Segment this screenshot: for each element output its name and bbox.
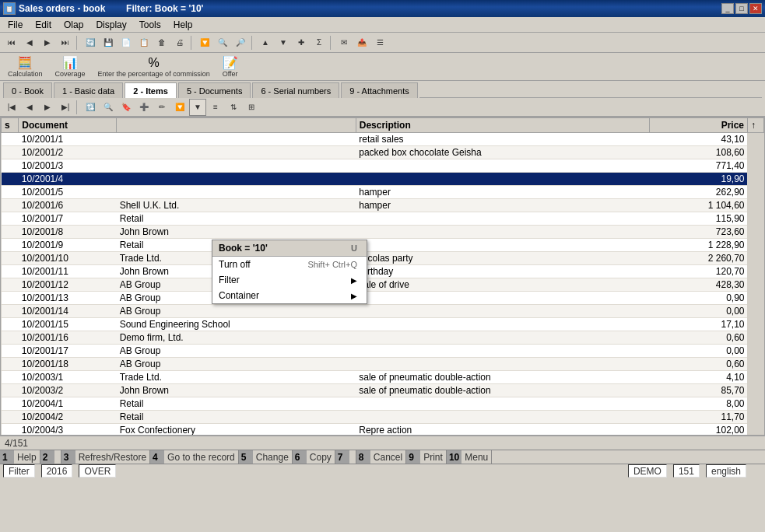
table-row[interactable]: 10/2001/1retail sales43,10 <box>2 133 764 146</box>
close-button[interactable]: ✕ <box>749 3 762 14</box>
table-row[interactable]: 10/2001/11John BrownBirthday120,70 <box>2 265 764 278</box>
nav-bookmark[interactable]: 🔖 <box>118 99 135 116</box>
tab-2[interactable]: 2 - Items <box>125 82 177 98</box>
nav-find[interactable]: 🔍 <box>100 99 117 116</box>
nav-cols[interactable]: ⊞ <box>243 99 260 116</box>
tab-6[interactable]: 6 - Serial numbers <box>252 82 339 98</box>
menu-edit[interactable]: Edit <box>30 19 56 31</box>
table-row[interactable]: 10/2001/419,90 <box>2 173 764 186</box>
nav-filter-toggle[interactable]: 🔽 <box>171 99 188 116</box>
fkey-7[interactable]: 7 <box>335 450 356 464</box>
table-row[interactable]: 10/2001/10Trade Ltd.Nicolas party2 260,7… <box>2 252 764 265</box>
menu-display[interactable]: Display <box>91 19 131 31</box>
tb-email[interactable]: ✉ <box>335 34 353 51</box>
tb-delete[interactable]: 🗑 <box>153 34 170 51</box>
tab-1[interactable]: 1 - Basic data <box>54 82 123 98</box>
toolbar2-calculation[interactable]: 🧮 Calculation <box>5 54 46 79</box>
fkey-4[interactable]: 4 Go to the record <box>150 450 239 464</box>
table-row[interactable]: 10/2001/17AB Group0,00 <box>2 345 764 358</box>
table-row[interactable]: 10/2004/1Retail8,00 <box>2 397 764 411</box>
table-row[interactable]: 10/2001/14AB Group0,00 <box>2 305 764 318</box>
nav-edit[interactable]: ✏ <box>153 99 170 116</box>
table-row[interactable]: 10/2001/13AB Group0,90 <box>2 292 764 305</box>
table-row[interactable]: 10/2001/6Shell U.K. Ltd.hamper1 104,60 <box>2 199 764 212</box>
cell-client: Demo firm, Ltd. <box>117 331 356 345</box>
nav-toolbar: |◀ ◀ ▶ ▶| 🔃 🔍 🔖 ➕ ✏ 🔽 ▼ ≡ ⇅ ⊞ <box>0 98 765 117</box>
tb-sort-desc[interactable]: ▼ <box>275 34 292 51</box>
nav-first[interactable]: |◀ <box>3 99 20 116</box>
fkey-8[interactable]: 8 Cancel <box>356 450 406 464</box>
maximize-button[interactable]: □ <box>735 3 748 14</box>
tb-copy[interactable]: 📋 <box>135 34 153 51</box>
table-row[interactable]: 10/2004/2Retail11,70 <box>2 411 764 424</box>
table-row[interactable]: 10/2001/2packed box chocolate Geisha108,… <box>2 146 764 159</box>
toolbar2-coverage[interactable]: 📊 Coverage <box>52 54 89 79</box>
dd-container[interactable]: Container ▶ <box>212 288 367 303</box>
col-price[interactable]: Price <box>650 118 748 133</box>
toolbar2-commission[interactable]: % Enter the percentage of commission <box>95 54 213 79</box>
table-row[interactable]: 10/2001/9Retail1 228,90 <box>2 239 764 252</box>
table-row[interactable]: 10/2001/5hamper262,90 <box>2 186 764 199</box>
col-client[interactable] <box>117 118 356 133</box>
col-description[interactable]: Description <box>356 118 649 133</box>
nav-add[interactable]: ➕ <box>135 99 153 116</box>
menu-tools[interactable]: Tools <box>135 19 166 31</box>
dd-turnoff[interactable]: Turn off Shift+ Ctrl+Q <box>212 257 367 272</box>
nav-last[interactable]: ▶| <box>57 99 74 116</box>
minimize-button[interactable]: _ <box>721 3 734 14</box>
tb-print[interactable]: 🖨 <box>171 34 188 51</box>
fkey-6[interactable]: 6 Copy <box>293 450 335 464</box>
nav-prev[interactable]: ◀ <box>21 99 38 116</box>
fkey-9[interactable]: 9 Print <box>406 450 447 464</box>
coverage-label: Coverage <box>55 70 86 78</box>
table-row[interactable]: 10/2001/7Retail115,90 <box>2 212 764 226</box>
tb-options[interactable]: ☰ <box>371 34 388 51</box>
tb-find[interactable]: 🔎 <box>232 34 249 51</box>
tb-filter[interactable]: 🔽 <box>196 34 213 51</box>
tab-5[interactable]: 5 - Documents <box>178 82 251 98</box>
tb-new[interactable]: 📄 <box>118 34 135 51</box>
dd-filter[interactable]: Filter ▶ <box>212 272 367 288</box>
nav-sort[interactable]: ⇅ <box>225 99 242 116</box>
table-row[interactable]: 10/2001/15Sound Engineering School17,10 <box>2 318 764 331</box>
nav-group[interactable]: ≡ <box>207 99 224 116</box>
toolbar2-offer[interactable]: 📝 Offer <box>219 54 241 79</box>
menu-olap[interactable]: Olap <box>59 19 88 31</box>
menu-file[interactable]: File <box>3 19 27 31</box>
fkey-5[interactable]: 5 Change <box>239 450 293 464</box>
table-row[interactable]: 10/2003/1Trade Ltd.sale of pneumatic dou… <box>2 371 764 384</box>
tb-calc[interactable]: ✚ <box>293 34 310 51</box>
col-sort[interactable]: ↑ <box>747 118 763 133</box>
fkey-2[interactable]: 2 <box>40 450 61 464</box>
col-document[interactable]: Document <box>19 118 117 133</box>
table-row[interactable]: 10/2004/3Fox ConfectioneryRepre action10… <box>2 424 764 436</box>
nav-next[interactable]: ▶ <box>39 99 56 116</box>
tb-sort-asc[interactable]: ▲ <box>257 34 274 51</box>
tb-prev[interactable]: ◀ <box>21 34 38 51</box>
fkey-3[interactable]: 3 Refresh/Restore <box>61 450 150 464</box>
tb-save[interactable]: 💾 <box>100 34 117 51</box>
table-row[interactable]: 10/2001/8John Brown723,60 <box>2 226 764 239</box>
nav-filter-active[interactable]: ▼ <box>189 99 206 116</box>
col-s[interactable]: s <box>2 118 19 133</box>
tab-9[interactable]: 9 - Attachments <box>341 82 417 98</box>
tb-sum[interactable]: Σ <box>311 34 328 51</box>
tb-next[interactable]: ▶ <box>39 34 56 51</box>
table-row[interactable]: 10/2001/12AB Groupsale of drive428,30 <box>2 278 764 292</box>
tb-last[interactable]: ⏭ <box>57 34 74 51</box>
tb-refresh[interactable]: 🔄 <box>82 34 99 51</box>
table-row[interactable]: 10/2001/18AB Group0,60 <box>2 358 764 371</box>
menu-help[interactable]: Help <box>169 19 198 31</box>
nav-refresh[interactable]: 🔃 <box>82 99 99 116</box>
table-row[interactable]: 10/2001/16Demo firm, Ltd.0,60 <box>2 331 764 345</box>
table-wrapper[interactable]: s Document Description Price ↑ 10/2001/1… <box>0 117 765 436</box>
fkey-1[interactable]: 1 Help <box>0 450 40 464</box>
fkey-3-label: Refresh/Restore <box>75 452 149 463</box>
tb-export[interactable]: 📤 <box>353 34 370 51</box>
table-row[interactable]: 10/2003/2John Brownsale of pneumatic dou… <box>2 384 764 397</box>
tb-first[interactable]: ⏮ <box>3 34 20 51</box>
fkey-10[interactable]: 10 Menu <box>447 450 492 464</box>
tab-0[interactable]: 0 - Book <box>3 82 52 98</box>
table-row[interactable]: 10/2001/3771,40 <box>2 159 764 173</box>
tb-search[interactable]: 🔍 <box>214 34 231 51</box>
